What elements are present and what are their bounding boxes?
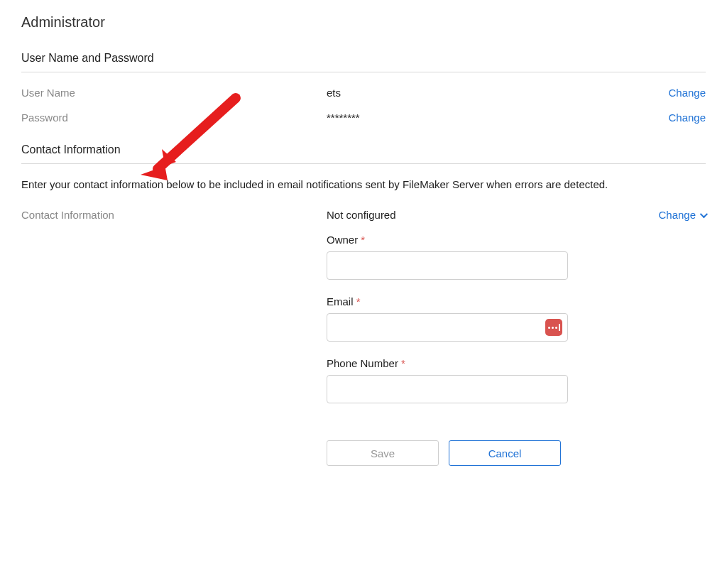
username-value: ets [327, 87, 668, 99]
required-marker: * [401, 357, 405, 369]
cancel-button[interactable]: Cancel [449, 440, 561, 466]
phone-label: Phone Number * [327, 357, 706, 369]
section-title-credentials: User Name and Password [21, 52, 706, 72]
required-marker: * [361, 234, 365, 246]
save-button[interactable]: Save [327, 440, 439, 466]
contact-form: Owner * Email * Phone Number * Save Canc… [327, 234, 706, 466]
change-password-link[interactable]: Change [668, 111, 706, 124]
email-label-text: Email [327, 295, 354, 307]
email-label: Email * [327, 295, 706, 307]
change-contact-link[interactable]: Change [658, 209, 706, 221]
contact-help-text: Enter your contact information below to … [21, 178, 706, 190]
change-username-link[interactable]: Change [668, 87, 706, 99]
phone-label-text: Phone Number [327, 357, 398, 369]
chevron-down-icon [700, 209, 708, 217]
change-password-text: Change [668, 111, 706, 124]
row-password: Password ******** Change [21, 111, 706, 124]
email-input[interactable] [327, 313, 568, 342]
contact-info-status: Not configured [327, 209, 658, 221]
cancel-button-label: Cancel [488, 447, 522, 459]
owner-input[interactable] [327, 251, 568, 280]
phone-input[interactable] [327, 375, 568, 403]
annotation-arrow-icon [136, 84, 257, 190]
password-manager-icon[interactable] [545, 319, 562, 336]
username-label: User Name [21, 87, 327, 99]
owner-label: Owner * [327, 234, 706, 246]
form-buttons: Save Cancel [327, 440, 706, 466]
page-title: Administrator [21, 14, 706, 31]
row-contact-info: Contact Information Not configured Chang… [21, 209, 706, 221]
section-title-contact: Contact Information [21, 143, 706, 164]
change-contact-text: Change [658, 209, 696, 221]
required-marker: * [356, 295, 361, 307]
password-value: ******** [327, 111, 668, 124]
change-username-text: Change [668, 87, 706, 99]
contact-info-label: Contact Information [21, 209, 327, 221]
save-button-label: Save [371, 447, 395, 459]
password-label: Password [21, 111, 327, 124]
owner-label-text: Owner [327, 234, 358, 246]
row-username: User Name ets Change [21, 87, 706, 99]
